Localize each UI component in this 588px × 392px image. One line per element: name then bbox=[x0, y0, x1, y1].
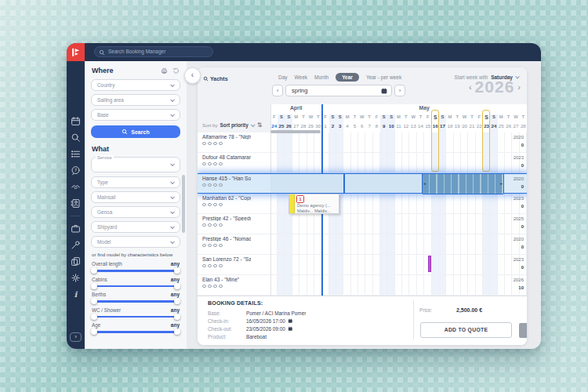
calendar-icon[interactable] bbox=[288, 326, 293, 332]
yacht-row[interactable]: Alfamarine 78 - "Nighty"20200 bbox=[198, 132, 527, 153]
search-icon[interactable] bbox=[71, 132, 81, 143]
day-cell[interactable]: 6 bbox=[358, 122, 365, 132]
day-cell[interactable]: 13 bbox=[410, 122, 417, 132]
select-genoa[interactable]: Genoa bbox=[91, 206, 180, 218]
select-mainsail[interactable]: Mainsail bbox=[91, 191, 180, 203]
day-cell[interactable]: 11 bbox=[395, 122, 402, 132]
select-sailing-area[interactable]: Sailing area bbox=[91, 94, 180, 106]
yacht-row[interactable]: ◂▸Hanse 415 - "Han Solo"20200 bbox=[198, 173, 527, 194]
day-cell[interactable]: 5 bbox=[351, 122, 358, 132]
yacht-row[interactable]: Prestige 42 - "Speedy"20250 bbox=[198, 214, 527, 234]
slider-handle-min[interactable] bbox=[91, 283, 97, 289]
yacht-row[interactable]: Manhattan 62 - "Copycat -...20230 bbox=[198, 194, 527, 214]
work-icon[interactable] bbox=[71, 223, 81, 234]
view-tab-month[interactable]: Month bbox=[314, 74, 328, 80]
drag-handle-right[interactable]: ▸ bbox=[500, 181, 503, 186]
history-icon[interactable] bbox=[172, 67, 180, 74]
yacht-row[interactable]: Elan 43 - "Mine"202610 bbox=[198, 275, 527, 296]
settings-icon[interactable] bbox=[71, 273, 81, 283]
select-shipyard[interactable]: Shipyard bbox=[91, 221, 180, 233]
slider-track[interactable] bbox=[93, 297, 179, 305]
prev-year-button[interactable]: ‹ bbox=[469, 82, 472, 92]
day-cell[interactable]: 10 bbox=[387, 122, 394, 132]
expand-rail-button[interactable]: › bbox=[70, 332, 82, 342]
slider-handle-min[interactable] bbox=[91, 314, 97, 320]
drag-handle-left[interactable]: ◂ bbox=[423, 181, 426, 186]
search-input[interactable]: Search Booking Manager bbox=[94, 46, 213, 57]
day-cell[interactable]: 18 bbox=[446, 122, 453, 132]
collapse-filters-button[interactable]: ‹ bbox=[184, 67, 201, 84]
info-icon[interactable]: i bbox=[71, 289, 81, 299]
horizontal-scrollbar[interactable] bbox=[270, 130, 321, 133]
selected-booking-bar[interactable]: ◂▸ bbox=[270, 174, 527, 193]
filter-scrollbar[interactable] bbox=[182, 175, 185, 233]
sort-direction-icon[interactable]: ⇅ bbox=[257, 122, 263, 129]
next-year-button[interactable]: › bbox=[517, 82, 521, 92]
sort-value[interactable]: Sort priority bbox=[220, 122, 249, 128]
slider-handle-max[interactable] bbox=[174, 328, 180, 335]
select-type[interactable]: Type bbox=[91, 176, 180, 188]
slider-track[interactable] bbox=[93, 328, 179, 336]
booking-drag-selection[interactable]: ◂▸ bbox=[422, 173, 504, 194]
day-cell[interactable]: 24 bbox=[490, 122, 497, 132]
day-cell[interactable]: 26 bbox=[505, 122, 512, 132]
tools-icon[interactable] bbox=[71, 240, 81, 250]
day-cell[interactable]: 25 bbox=[498, 122, 505, 132]
day-cell[interactable]: 21 bbox=[468, 122, 475, 132]
day-cell[interactable]: 3 bbox=[336, 122, 343, 132]
slider-handle-max[interactable] bbox=[174, 267, 180, 274]
day-cell[interactable]: 8 bbox=[373, 122, 380, 132]
view-tab-day[interactable]: Day bbox=[278, 74, 288, 80]
service-select[interactable]: Service bbox=[91, 157, 180, 172]
day-cell[interactable]: 17 bbox=[439, 122, 446, 132]
season-input[interactable]: spring bbox=[285, 85, 392, 96]
day-cell[interactable]: 7 bbox=[365, 122, 372, 132]
add-to-quote-button[interactable]: ADD TO QUOTE bbox=[420, 322, 512, 338]
booking-manager-logo-icon[interactable] bbox=[67, 43, 85, 61]
view-tab-week[interactable]: Week bbox=[295, 74, 308, 80]
day-cell[interactable]: 28 bbox=[520, 122, 527, 132]
slider-track[interactable] bbox=[93, 313, 179, 321]
slider-handle-max[interactable] bbox=[174, 314, 180, 320]
slider-handle-min[interactable] bbox=[91, 267, 97, 274]
slider-handle-max[interactable] bbox=[174, 283, 180, 289]
yacht-row[interactable]: Dufour 48 Catamaran - "V...20230 bbox=[198, 153, 527, 173]
view-tab-year-per-week[interactable]: Year - per week bbox=[366, 74, 401, 80]
calendar-icon[interactable] bbox=[71, 116, 81, 126]
yacht-row[interactable]: Prestige 46 - "Nomadic"20200 bbox=[198, 234, 527, 255]
slider-handle-max[interactable] bbox=[174, 298, 180, 304]
feature-icon bbox=[202, 183, 206, 187]
season-prev-button[interactable]: ‹ bbox=[272, 85, 283, 96]
search-button[interactable]: Search bbox=[91, 125, 180, 138]
day-cell[interactable]: 12 bbox=[402, 122, 409, 132]
contacts-icon[interactable] bbox=[71, 198, 81, 209]
short-booking-bar[interactable] bbox=[428, 256, 431, 272]
day-cell[interactable]: 19 bbox=[454, 122, 461, 132]
day-cell[interactable]: 9 bbox=[380, 122, 387, 132]
select-country[interactable]: Country bbox=[91, 79, 180, 91]
slider-handle-min[interactable] bbox=[91, 298, 97, 304]
slider-handle-min[interactable] bbox=[91, 328, 97, 335]
support-icon[interactable]: ? bbox=[71, 165, 81, 176]
yacht-row[interactable]: San Lorenzo 72 - "Santo - ...20230 bbox=[198, 255, 527, 275]
select-base[interactable]: Base bbox=[91, 109, 180, 121]
documents-icon[interactable] bbox=[71, 256, 81, 267]
day-cell[interactable]: 14 bbox=[417, 122, 424, 132]
view-tab-year[interactable]: Year bbox=[336, 73, 359, 82]
day-cell[interactable]: 4 bbox=[343, 122, 350, 132]
day-cell[interactable]: 1 bbox=[321, 122, 328, 132]
slider-track[interactable] bbox=[93, 282, 179, 290]
slider-track[interactable] bbox=[93, 267, 179, 274]
day-cell[interactable]: 2 bbox=[329, 122, 336, 132]
calendar-icon[interactable] bbox=[288, 318, 293, 324]
print-icon[interactable] bbox=[161, 67, 168, 74]
vertical-scrollbar[interactable] bbox=[519, 323, 527, 338]
partners-icon[interactable] bbox=[71, 182, 81, 192]
select-model[interactable]: Model bbox=[91, 236, 180, 248]
day-cell[interactable]: 20 bbox=[461, 122, 468, 132]
day-cell[interactable]: 27 bbox=[512, 122, 519, 132]
season-next-button[interactable]: › bbox=[394, 85, 405, 96]
day-letter: M bbox=[446, 114, 453, 122]
fleet-icon[interactable] bbox=[71, 149, 81, 159]
booking-option-card[interactable]: 1 Demo agency (... Maldiv... Maldiv... bbox=[289, 194, 339, 214]
